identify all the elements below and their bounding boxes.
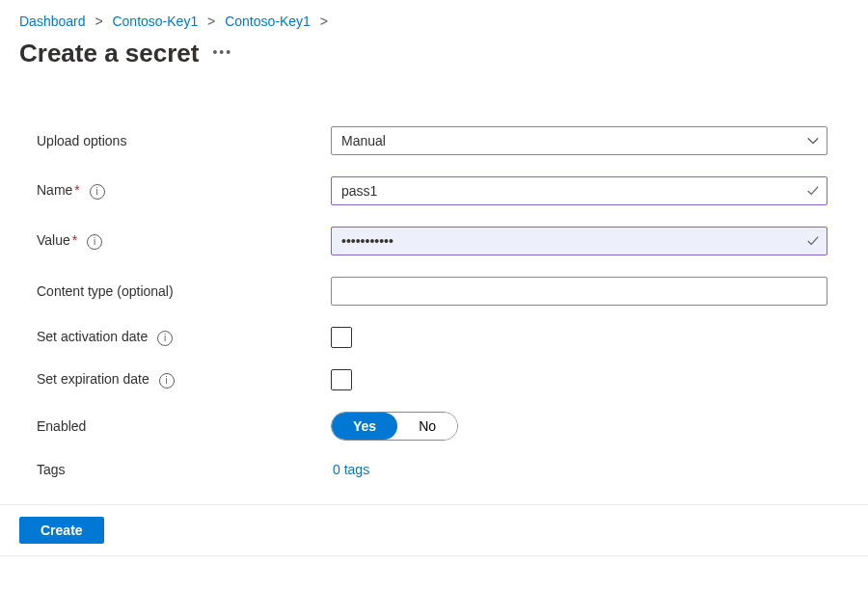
breadcrumb-item-contoso-key1-2[interactable]: Contoso-Key1 — [225, 13, 311, 29]
tags-link[interactable]: 0 tags — [333, 462, 369, 477]
breadcrumb: Dashboard > Contoso-Key1 > Contoso-Key1 … — [19, 13, 849, 29]
required-indicator: * — [74, 182, 79, 198]
breadcrumb-item-dashboard[interactable]: Dashboard — [19, 13, 86, 29]
info-icon[interactable]: i — [90, 184, 105, 200]
name-input[interactable] — [331, 176, 827, 205]
create-button[interactable]: Create — [19, 517, 104, 544]
chevron-right-icon: > — [95, 13, 102, 29]
enabled-no-button[interactable]: No — [397, 413, 457, 440]
tags-label: Tags — [37, 462, 331, 477]
breadcrumb-item-contoso-key1[interactable]: Contoso-Key1 — [112, 13, 198, 29]
activation-date-checkbox[interactable] — [331, 327, 352, 348]
enabled-yes-button[interactable]: Yes — [332, 413, 397, 440]
page-title: Create a secret — [19, 39, 199, 68]
checkmark-icon — [806, 234, 820, 248]
name-label: Name* i — [37, 182, 331, 199]
upload-options-select[interactable]: Manual — [331, 126, 827, 155]
upload-options-label: Upload options — [37, 133, 331, 148]
enabled-toggle: Yes No — [331, 412, 458, 441]
chevron-right-icon: > — [207, 13, 215, 29]
content-type-label: Content type (optional) — [37, 283, 331, 299]
enabled-label: Enabled — [37, 418, 331, 434]
checkmark-icon — [806, 184, 820, 198]
info-icon[interactable]: i — [157, 331, 173, 346]
content-type-input[interactable] — [331, 277, 827, 306]
info-icon[interactable]: i — [87, 234, 102, 250]
value-input[interactable] — [331, 227, 827, 255]
expiration-date-checkbox[interactable] — [331, 369, 352, 390]
expiration-date-label: Set expiration date i — [37, 371, 331, 388]
form-footer: Create — [0, 504, 868, 556]
chevron-right-icon: > — [320, 13, 328, 29]
value-label: Value* i — [37, 232, 331, 249]
create-secret-form: Upload options Manual Name* i — [37, 126, 849, 477]
activation-date-label: Set activation date i — [37, 329, 331, 345]
required-indicator: * — [72, 232, 77, 248]
more-actions-button[interactable]: ••• — [212, 44, 232, 60]
info-icon[interactable]: i — [159, 373, 175, 389]
